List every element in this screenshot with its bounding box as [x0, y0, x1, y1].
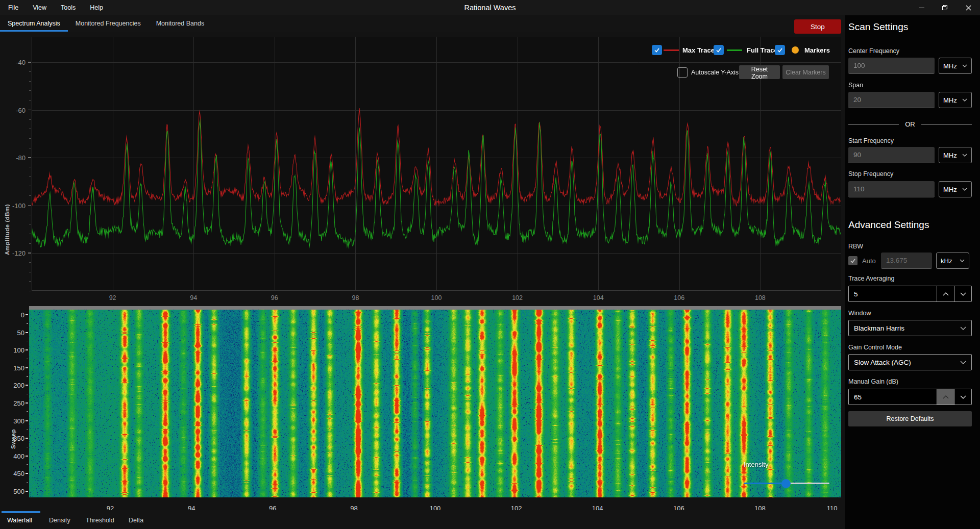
tab-density[interactable]: Density [49, 517, 70, 524]
minimize-icon[interactable] [910, 0, 933, 15]
y-minor-tick-mark [27, 323, 28, 324]
chevron-up-icon [943, 395, 949, 399]
y-tick-label: 200 [4, 382, 24, 389]
tab-threshold[interactable]: Threshold [86, 517, 114, 524]
manual-gain-input[interactable] [849, 389, 937, 405]
y-minor-tick-mark [29, 262, 31, 263]
y-minor-tick-mark [29, 272, 31, 272]
y-tick-mark [26, 385, 28, 386]
start-frequency-label: Start Frequency [848, 137, 894, 144]
main-tab-bar: Spectrum Analysis Monitored Frequencies … [0, 15, 845, 32]
y-minor-tick-mark [29, 215, 31, 215]
intensity-slider-track-filled[interactable] [744, 483, 786, 484]
trace-averaging-input[interactable] [849, 286, 937, 301]
stop-frequency-unit-select[interactable]: MHz [939, 181, 972, 197]
increment-button[interactable] [937, 389, 954, 405]
rbw-label: RBW [848, 243, 863, 250]
y-tick-label: 400 [4, 452, 24, 460]
menu-tools[interactable]: Tools [54, 0, 83, 15]
max-trace-swatch [664, 49, 679, 51]
autoscale-checkbox[interactable] [677, 67, 688, 78]
span-input[interactable] [848, 92, 935, 108]
chevron-down-icon [960, 259, 965, 262]
decrement-button[interactable] [954, 389, 971, 405]
stop-frequency-input[interactable] [848, 181, 935, 197]
menu-help[interactable]: Help [83, 0, 110, 15]
max-trace-checkbox[interactable] [652, 45, 662, 55]
decrement-button[interactable] [954, 286, 971, 301]
manual-gain-stepper [848, 389, 972, 405]
span-unit-select[interactable]: MHz [939, 92, 972, 108]
intensity-slider-track[interactable] [786, 483, 829, 484]
window-controls [910, 0, 980, 15]
y-minor-tick-mark [29, 81, 31, 82]
chevron-down-icon [962, 98, 967, 102]
y-tick-mark [26, 438, 28, 439]
x-tick-label: 92 [109, 294, 116, 301]
tab-spectrum-analysis[interactable]: Spectrum Analysis [0, 15, 68, 32]
window-label: Window [848, 310, 871, 317]
tab-waterfall[interactable]: Waterfall [7, 517, 32, 524]
y-minor-tick-mark [29, 195, 31, 196]
gain-control-mode-value: Slow Attack (AGC) [854, 359, 911, 366]
markers-checkbox[interactable] [775, 45, 785, 55]
gain-control-mode-label: Gain Control Mode [848, 344, 902, 351]
rbw-value-input[interactable] [881, 253, 932, 269]
start-frequency-unit-select[interactable]: MHz [939, 147, 972, 163]
app-window: File View Tools Help Rational Waves Spec… [0, 0, 980, 529]
tab-monitored-bands[interactable]: Monitored Bands [149, 15, 212, 32]
rbw-unit-select[interactable]: kHz [936, 253, 969, 269]
y-tick-label: 50 [4, 329, 24, 336]
full-trace-swatch [727, 49, 742, 51]
menu-file[interactable]: File [1, 0, 26, 15]
y-tick-mark [28, 62, 31, 63]
stop-button[interactable]: Stop [794, 19, 841, 34]
x-tick-label: 102 [512, 294, 523, 301]
y-minor-tick-mark [29, 177, 31, 177]
tab-monitored-frequencies[interactable]: Monitored Frequencies [68, 15, 149, 32]
clear-markers-button[interactable]: Clear Markers [782, 65, 829, 79]
center-frequency-input[interactable] [848, 58, 935, 74]
chevron-up-icon [943, 292, 949, 296]
y-tick-label: -80 [3, 154, 26, 162]
y-tick-label: 100 [4, 346, 24, 354]
y-minor-tick-mark [29, 234, 31, 234]
y-tick-mark [26, 420, 28, 421]
y-minor-tick-mark [27, 376, 28, 377]
x-tick-label: 100 [431, 294, 442, 301]
intensity-slider-thumb[interactable] [781, 479, 791, 488]
x-tick-label: 106 [674, 294, 684, 301]
y-tick-label: -100 [3, 201, 26, 209]
chevron-down-icon [960, 292, 966, 296]
y-minor-tick-mark [29, 291, 31, 291]
chevron-down-icon [960, 395, 966, 399]
y-tick-mark [26, 491, 28, 492]
full-trace-checkbox[interactable] [714, 45, 724, 55]
chevron-down-icon [960, 361, 966, 364]
rbw-auto-checkbox[interactable] [848, 256, 857, 265]
menu-view[interactable]: View [26, 0, 54, 15]
close-icon[interactable] [957, 0, 980, 15]
restore-defaults-button[interactable]: Restore Defaults [848, 411, 972, 426]
advanced-settings-title: Advanced Settings [848, 219, 929, 231]
window-dropdown[interactable]: Blackman Harris [848, 320, 972, 336]
restore-icon[interactable] [933, 0, 957, 15]
waterfall-scrollbar[interactable] [29, 306, 841, 310]
start-frequency-input[interactable] [848, 147, 935, 163]
reset-zoom-button[interactable]: Reset Zoom [739, 65, 780, 79]
increment-button[interactable] [937, 286, 954, 301]
tab-delta[interactable]: Delta [129, 517, 143, 524]
center-frequency-label: Center Frequency [848, 47, 899, 55]
center-frequency-unit-select[interactable]: MHz [939, 58, 972, 74]
y-tick-mark [26, 314, 28, 315]
x-tick-label: 98 [352, 294, 359, 301]
gain-control-mode-dropdown[interactable]: Slow Attack (AGC) [848, 354, 972, 370]
y-tick-mark [26, 367, 28, 368]
scan-settings-panel: Scan Settings Center Frequency MHz Span … [845, 15, 980, 529]
y-tick-label: 450 [4, 470, 24, 477]
y-minor-tick-mark [29, 138, 31, 139]
waterfall-display[interactable] [29, 310, 841, 497]
y-tick-label: 150 [4, 364, 24, 371]
intensity-label: Intensity [744, 461, 768, 468]
chevron-down-icon [962, 154, 967, 157]
